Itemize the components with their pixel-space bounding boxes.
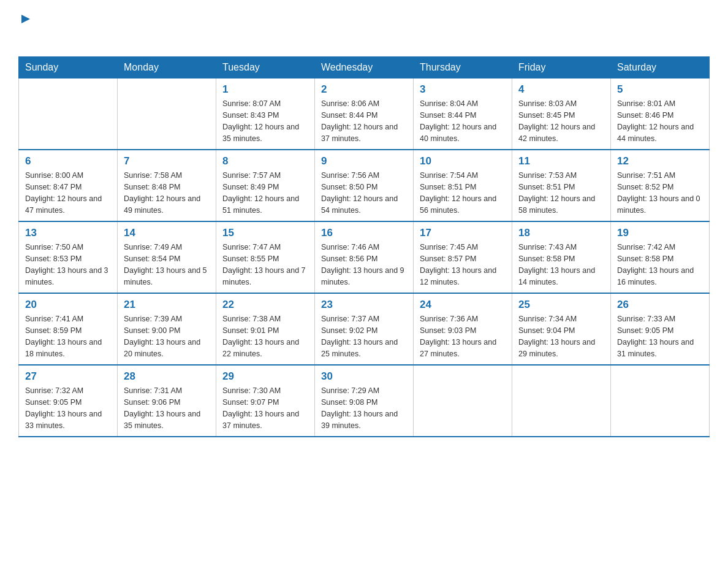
calendar-cell: 3Sunrise: 8:04 AMSunset: 8:44 PMDaylight… — [414, 79, 512, 150]
page-header — [18, 12, 710, 45]
calendar-cell: 4Sunrise: 8:03 AMSunset: 8:45 PMDaylight… — [512, 79, 611, 150]
day-info: Sunrise: 7:33 AMSunset: 9:05 PMDaylight:… — [617, 313, 703, 359]
day-number: 28 — [124, 370, 210, 383]
calendar-cell: 11Sunrise: 7:53 AMSunset: 8:51 PMDayligh… — [512, 150, 611, 221]
day-info: Sunrise: 7:38 AMSunset: 9:01 PMDaylight:… — [222, 313, 308, 359]
day-info: Sunrise: 7:29 AMSunset: 9:08 PMDaylight:… — [321, 385, 407, 431]
weekday-header-tuesday: Tuesday — [216, 57, 315, 79]
calendar-cell: 23Sunrise: 7:37 AMSunset: 9:02 PMDayligh… — [315, 293, 414, 365]
day-number: 20 — [25, 299, 111, 311]
day-info: Sunrise: 7:46 AMSunset: 8:56 PMDaylight:… — [321, 242, 407, 288]
calendar-cell: 17Sunrise: 7:45 AMSunset: 8:57 PMDayligh… — [414, 221, 512, 293]
calendar-cell: 21Sunrise: 7:39 AMSunset: 9:00 PMDayligh… — [118, 293, 216, 365]
day-info: Sunrise: 7:41 AMSunset: 8:59 PMDaylight:… — [25, 313, 111, 359]
day-info: Sunrise: 7:56 AMSunset: 8:50 PMDaylight:… — [321, 170, 407, 216]
calendar-cell — [118, 79, 216, 150]
day-info: Sunrise: 8:06 AMSunset: 8:44 PMDaylight:… — [321, 98, 407, 144]
calendar-cell: 25Sunrise: 7:34 AMSunset: 9:04 PMDayligh… — [512, 293, 611, 365]
day-info: Sunrise: 7:54 AMSunset: 8:51 PMDaylight:… — [420, 170, 506, 216]
calendar-week-row: 6Sunrise: 8:00 AMSunset: 8:47 PMDaylight… — [19, 150, 710, 221]
weekday-header-friday: Friday — [512, 57, 611, 79]
day-info: Sunrise: 8:01 AMSunset: 8:46 PMDaylight:… — [617, 98, 703, 144]
day-info: Sunrise: 8:03 AMSunset: 8:45 PMDaylight:… — [518, 98, 604, 144]
day-number: 23 — [321, 299, 407, 311]
weekday-header-wednesday: Wednesday — [315, 57, 414, 79]
calendar-cell: 2Sunrise: 8:06 AMSunset: 8:44 PMDaylight… — [315, 79, 414, 150]
calendar-cell — [611, 365, 710, 437]
calendar-cell: 7Sunrise: 7:58 AMSunset: 8:48 PMDaylight… — [118, 150, 216, 221]
calendar-cell: 13Sunrise: 7:50 AMSunset: 8:53 PMDayligh… — [19, 221, 118, 293]
day-number: 27 — [25, 370, 111, 383]
calendar-cell: 8Sunrise: 7:57 AMSunset: 8:49 PMDaylight… — [216, 150, 315, 221]
day-info: Sunrise: 7:50 AMSunset: 8:53 PMDaylight:… — [25, 242, 111, 288]
day-number: 9 — [321, 155, 407, 167]
calendar-cell: 30Sunrise: 7:29 AMSunset: 9:08 PMDayligh… — [315, 365, 414, 437]
day-info: Sunrise: 7:39 AMSunset: 9:00 PMDaylight:… — [124, 313, 210, 359]
weekday-header-sunday: Sunday — [19, 57, 118, 79]
day-info: Sunrise: 7:49 AMSunset: 8:54 PMDaylight:… — [124, 242, 210, 288]
weekday-header-monday: Monday — [118, 57, 216, 79]
day-number: 16 — [321, 227, 407, 239]
day-number: 19 — [617, 227, 703, 239]
day-number: 5 — [617, 83, 703, 96]
weekday-header-thursday: Thursday — [414, 57, 512, 79]
calendar-cell: 18Sunrise: 7:43 AMSunset: 8:58 PMDayligh… — [512, 221, 611, 293]
day-number: 13 — [25, 227, 111, 239]
day-number: 1 — [222, 83, 308, 96]
day-info: Sunrise: 7:32 AMSunset: 9:05 PMDaylight:… — [25, 385, 111, 431]
day-info: Sunrise: 8:07 AMSunset: 8:43 PMDaylight:… — [222, 98, 308, 144]
weekday-header-saturday: Saturday — [611, 57, 710, 79]
svg-marker-0 — [21, 15, 30, 23]
day-info: Sunrise: 7:47 AMSunset: 8:55 PMDaylight:… — [222, 242, 308, 288]
day-number: 10 — [420, 155, 506, 167]
calendar-week-row: 13Sunrise: 7:50 AMSunset: 8:53 PMDayligh… — [19, 221, 710, 293]
day-info: Sunrise: 7:34 AMSunset: 9:04 PMDaylight:… — [518, 313, 604, 359]
calendar-cell: 15Sunrise: 7:47 AMSunset: 8:55 PMDayligh… — [216, 221, 315, 293]
calendar-cell — [19, 79, 118, 150]
calendar-cell — [512, 365, 611, 437]
day-info: Sunrise: 8:04 AMSunset: 8:44 PMDaylight:… — [420, 98, 506, 144]
day-number: 17 — [420, 227, 506, 239]
day-number: 29 — [222, 370, 308, 383]
day-number: 26 — [617, 299, 703, 311]
calendar-cell: 29Sunrise: 7:30 AMSunset: 9:07 PMDayligh… — [216, 365, 315, 437]
day-info: Sunrise: 7:37 AMSunset: 9:02 PMDaylight:… — [321, 313, 407, 359]
day-info: Sunrise: 7:58 AMSunset: 8:48 PMDaylight:… — [124, 170, 210, 216]
calendar-cell: 27Sunrise: 7:32 AMSunset: 9:05 PMDayligh… — [19, 365, 118, 437]
calendar-cell: 20Sunrise: 7:41 AMSunset: 8:59 PMDayligh… — [19, 293, 118, 365]
day-info: Sunrise: 7:57 AMSunset: 8:49 PMDaylight:… — [222, 170, 308, 216]
day-number: 22 — [222, 299, 308, 311]
calendar-week-row: 20Sunrise: 7:41 AMSunset: 8:59 PMDayligh… — [19, 293, 710, 365]
day-number: 7 — [124, 155, 210, 167]
day-number: 14 — [124, 227, 210, 239]
calendar-cell: 10Sunrise: 7:54 AMSunset: 8:51 PMDayligh… — [414, 150, 512, 221]
day-info: Sunrise: 7:51 AMSunset: 8:52 PMDaylight:… — [617, 170, 703, 216]
calendar-cell: 19Sunrise: 7:42 AMSunset: 8:58 PMDayligh… — [611, 221, 710, 293]
calendar-cell: 5Sunrise: 8:01 AMSunset: 8:46 PMDaylight… — [611, 79, 710, 150]
day-number: 2 — [321, 83, 407, 96]
day-info: Sunrise: 7:43 AMSunset: 8:58 PMDaylight:… — [518, 242, 604, 288]
day-number: 6 — [25, 155, 111, 167]
day-info: Sunrise: 7:31 AMSunset: 9:06 PMDaylight:… — [124, 385, 210, 431]
calendar-week-row: 1Sunrise: 8:07 AMSunset: 8:43 PMDaylight… — [19, 79, 710, 150]
calendar-cell: 1Sunrise: 8:07 AMSunset: 8:43 PMDaylight… — [216, 79, 315, 150]
day-number: 4 — [518, 83, 604, 96]
calendar-cell: 28Sunrise: 7:31 AMSunset: 9:06 PMDayligh… — [118, 365, 216, 437]
calendar-cell — [414, 365, 512, 437]
calendar-cell: 12Sunrise: 7:51 AMSunset: 8:52 PMDayligh… — [611, 150, 710, 221]
day-number: 30 — [321, 370, 407, 383]
day-info: Sunrise: 8:00 AMSunset: 8:47 PMDaylight:… — [25, 170, 111, 216]
day-number: 3 — [420, 83, 506, 96]
day-info: Sunrise: 7:36 AMSunset: 9:03 PMDaylight:… — [420, 313, 506, 359]
day-number: 11 — [518, 155, 604, 167]
day-info: Sunrise: 7:45 AMSunset: 8:57 PMDaylight:… — [420, 242, 506, 288]
day-number: 18 — [518, 227, 604, 239]
calendar-cell: 22Sunrise: 7:38 AMSunset: 9:01 PMDayligh… — [216, 293, 315, 365]
day-number: 25 — [518, 299, 604, 311]
calendar-table: SundayMondayTuesdayWednesdayThursdayFrid… — [18, 56, 710, 437]
day-number: 12 — [617, 155, 703, 167]
calendar-cell: 9Sunrise: 7:56 AMSunset: 8:50 PMDaylight… — [315, 150, 414, 221]
calendar-cell: 24Sunrise: 7:36 AMSunset: 9:03 PMDayligh… — [414, 293, 512, 365]
calendar-cell: 14Sunrise: 7:49 AMSunset: 8:54 PMDayligh… — [118, 221, 216, 293]
logo-blue-text — [18, 26, 21, 45]
